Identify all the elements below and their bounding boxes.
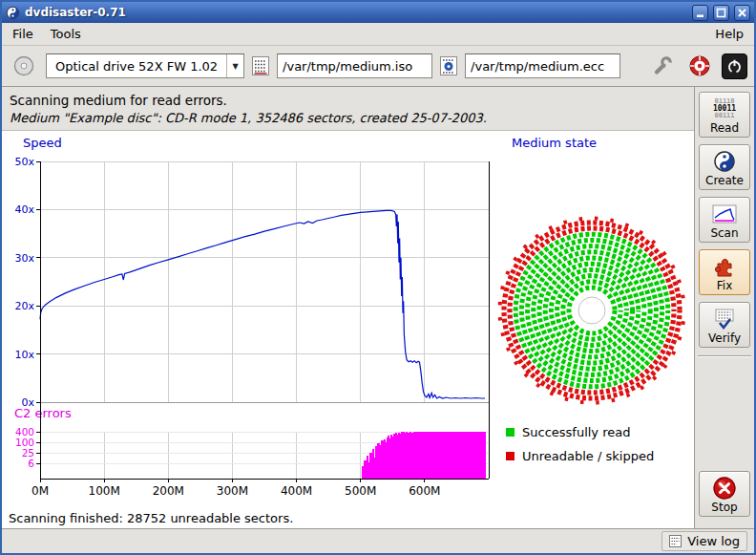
chevron-down-icon: ▼ [227, 62, 243, 71]
read-button[interactable]: 01110 10011 00111 Read [699, 92, 750, 138]
view-log-button[interactable]: View log [662, 531, 747, 551]
svg-text:40x: 40x [14, 203, 34, 216]
iso-path-input[interactable] [277, 53, 432, 78]
legend-red-swatch [506, 452, 514, 460]
svg-text:100M: 100M [89, 484, 120, 498]
wrench-icon [651, 54, 674, 77]
status-line-primary: Scanning medium for read errors. [10, 93, 686, 108]
maximize-button[interactable] [713, 5, 729, 21]
app-logo-icon [6, 6, 20, 20]
app-window: dvdisaster-0.71 File Tools Help Optical … [0, 0, 756, 555]
svg-text:600M: 600M [409, 484, 440, 498]
verify-button[interactable]: Verify [699, 302, 750, 348]
stop-button[interactable]: Stop [699, 471, 750, 517]
scan-button-label: Scan [710, 226, 738, 240]
chart-panel: Speed Medium state C2 errors 50x40x30x20… [2, 131, 694, 528]
svg-text:0x: 0x [21, 396, 34, 409]
scan-chart-icon [712, 201, 737, 226]
create-button[interactable]: Create [699, 144, 750, 190]
close-button[interactable] [734, 5, 750, 21]
view-log-label: View log [687, 534, 740, 548]
iso-image-icon [251, 55, 270, 76]
minimize-button[interactable] [692, 5, 708, 21]
drive-select-value: Optical drive 52X FW 1.02 [47, 59, 226, 74]
medium-state-title: Medium state [512, 136, 597, 150]
legend-green-swatch [506, 428, 514, 437]
stop-icon [712, 475, 737, 501]
ecc-image-icon [439, 55, 458, 76]
fix-button-label: Fix [717, 279, 732, 292]
svg-text:200M: 200M [153, 484, 184, 498]
main-column: Scanning medium for read errors. Medium … [2, 87, 694, 528]
svg-text:50x: 50x [14, 156, 34, 168]
menu-help[interactable]: Help [706, 24, 752, 44]
create-button-label: Create [705, 174, 744, 187]
status-line-medium-info: Medium "Example disc": CD-R mode 1, 3524… [10, 111, 686, 125]
eject-drive-button[interactable] [9, 51, 39, 81]
ecc-path-input[interactable] [465, 53, 620, 78]
content-area: Scanning medium for read errors. Medium … [2, 87, 754, 528]
medium-state-disc [496, 215, 687, 406]
menu-file[interactable]: File [4, 24, 42, 44]
log-icon [669, 535, 682, 547]
svg-text:20x: 20x [14, 300, 34, 312]
disc-drive-icon [12, 54, 35, 77]
svg-text:500M: 500M [345, 484, 376, 498]
close-icon [736, 7, 748, 19]
action-sidebar: 01110 10011 00111 Read Create [694, 87, 754, 528]
scan-finished-status: Scanning finished: 28752 unreadable sect… [9, 511, 293, 525]
legend-label: Successfully read [522, 425, 630, 439]
exit-button[interactable] [722, 53, 747, 79]
legend-label: Unreadable / skipped [522, 449, 654, 463]
svg-text:400M: 400M [281, 484, 312, 498]
read-binary-icon: 01110 10011 00111 [713, 96, 736, 121]
speed-chart-title: Speed [23, 136, 62, 150]
svg-text:300M: 300M [217, 484, 248, 498]
maximize-icon [715, 7, 727, 19]
read-button-label: Read [710, 121, 739, 135]
preferences-button[interactable] [647, 51, 678, 81]
drive-select-combo[interactable]: Optical drive 52X FW 1.02 ▼ [46, 53, 244, 78]
scan-button[interactable]: Scan [699, 197, 750, 243]
create-yinyang-icon [713, 148, 736, 174]
verify-icon [713, 306, 736, 331]
legend-successfully-read: Successfully read [506, 425, 630, 439]
verify-button-label: Verify [708, 331, 741, 345]
status-header: Scanning medium for read errors. Medium … [2, 87, 694, 131]
window-title: dvdisaster-0.71 [25, 6, 687, 19]
svg-text:6: 6 [28, 458, 34, 469]
dvdisaster-logo-icon [688, 54, 711, 77]
legend-unreadable: Unreadable / skipped [506, 449, 654, 463]
svg-text:10x: 10x [14, 349, 34, 361]
minimize-icon [694, 7, 706, 19]
fix-button[interactable]: Fix [699, 249, 750, 295]
speed-c2-chart: 50x40x30x20x10x0x4001002560M100M200M300M… [2, 154, 502, 507]
svg-text:30x: 30x [14, 252, 34, 265]
sidebar-separator [698, 355, 751, 357]
power-icon [725, 57, 744, 75]
toolbar: Optical drive 52X FW 1.02 ▼ [2, 46, 754, 87]
about-button[interactable] [684, 51, 715, 81]
stop-button-label: Stop [711, 501, 737, 514]
fix-puzzle-icon [713, 253, 736, 279]
menu-tools[interactable]: Tools [42, 24, 90, 44]
svg-text:0M: 0M [32, 484, 49, 498]
menubar: File Tools Help [2, 23, 754, 46]
status-bar: View log [2, 528, 754, 553]
titlebar[interactable]: dvdisaster-0.71 [2, 2, 754, 23]
